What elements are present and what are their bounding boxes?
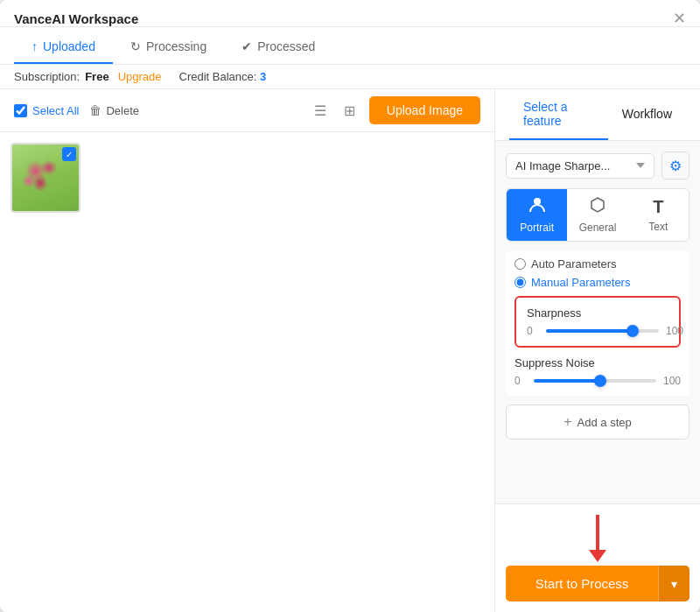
sharpness-max: 100 — [666, 325, 678, 337]
tab-processing-label: Processing — [146, 39, 206, 53]
noise-section: Suppress Noise 0 100 — [506, 356, 690, 396]
window-title: VanceAI Workspace — [14, 11, 138, 26]
sharpness-slider[interactable] — [546, 329, 659, 333]
dropdown-icon: ▾ — [671, 577, 677, 591]
manual-params-row[interactable]: Manual Parameters — [514, 276, 681, 289]
start-btn-row: Start to Process ▾ — [506, 566, 690, 601]
image-grid: ✓ — [0, 132, 494, 612]
select-all-checkbox[interactable] — [14, 104, 27, 117]
tab-uploaded-label: Uploaded — [43, 39, 95, 53]
arrow-head — [589, 550, 606, 562]
tab-processing[interactable]: ↻ Processing — [113, 27, 224, 64]
tool-select[interactable]: AI Image Sharpe... — [506, 153, 654, 179]
sharpness-slider-row: 0 100 — [527, 325, 668, 337]
noise-max: 100 — [663, 375, 681, 387]
noise-label: Suppress Noise — [514, 356, 681, 369]
titlebar: VanceAI Workspace ✕ — [0, 0, 700, 27]
trash-icon: 🗑 — [89, 103, 102, 117]
image-item[interactable]: ✓ — [10, 143, 80, 213]
mode-tab-text[interactable]: T Text — [628, 189, 689, 241]
arrow-shaft — [596, 515, 599, 550]
upload-icon: ↑ — [32, 39, 38, 53]
feature-content: AI Image Sharpe... ⚙ — [495, 141, 700, 503]
tab-processed-label: Processed — [257, 39, 315, 53]
right-panel: Select a feature Workflow AI Image Sharp… — [495, 89, 700, 612]
credit-balance-label: Credit Balance: 3 — [179, 70, 267, 83]
noise-min: 0 — [514, 375, 527, 387]
toolbar: Select All 🗑 Delete ☰ ⊞ Upload Image — [0, 89, 494, 132]
left-panel: Select All 🗑 Delete ☰ ⊞ Upload Image ✓ — [0, 89, 495, 612]
credit-value: 3 — [260, 70, 266, 83]
select-all-wrap: Select All — [14, 104, 79, 117]
arrow-wrapper — [506, 515, 690, 562]
gear-icon: ⚙ — [669, 158, 682, 174]
auto-params-row[interactable]: Auto Parameters — [514, 257, 681, 271]
tab-uploaded[interactable]: ↑ Uploaded — [14, 27, 113, 64]
portrait-icon — [528, 196, 546, 218]
subscription-bar: Subscription: Free Upgrade Credit Balanc… — [0, 65, 700, 89]
text-icon: T — [653, 197, 663, 217]
sharpness-min: 0 — [527, 325, 539, 337]
add-step-button[interactable]: + Add a step — [506, 404, 690, 440]
select-all-label[interactable]: Select All — [32, 104, 79, 117]
red-arrow — [589, 515, 606, 562]
plus-icon: + — [564, 414, 571, 430]
main-tabs: ↑ Uploaded ↻ Processing ✔ Processed — [0, 27, 700, 65]
upload-button[interactable]: Upload Image — [369, 96, 480, 124]
start-dropdown-button[interactable]: ▾ — [658, 566, 690, 601]
mode-tabs: Portrait General T Text — [506, 188, 690, 242]
feature-tabs: Select a feature Workflow — [495, 89, 700, 141]
tab-select-feature[interactable]: Select a feature — [509, 89, 608, 140]
view-list-button[interactable]: ☰ — [311, 101, 330, 121]
auto-params-label: Auto Parameters — [531, 257, 617, 271]
noise-slider[interactable] — [534, 379, 656, 383]
processing-icon: ↻ — [130, 39, 141, 53]
mode-tab-text-label: Text — [648, 221, 668, 233]
add-step-label: Add a step — [578, 416, 632, 429]
image-check-icon: ✓ — [62, 147, 76, 161]
manual-params-label: Manual Parameters — [531, 276, 630, 289]
sharpness-section: Sharpness 0 100 — [514, 296, 681, 348]
main-window: VanceAI Workspace ✕ ↑ Uploaded ↻ Process… — [0, 0, 700, 612]
processed-icon: ✔ — [242, 39, 252, 53]
auto-params-radio[interactable] — [514, 258, 526, 270]
general-icon — [589, 196, 606, 218]
params-section: Auto Parameters Manual Parameters Sharpn… — [506, 250, 690, 396]
upgrade-button[interactable]: Upgrade — [115, 70, 165, 83]
subscription-label: Subscription: — [14, 70, 80, 83]
svg-marker-1 — [592, 198, 604, 212]
subscription-plan: Free — [85, 70, 108, 83]
sharpness-label: Sharpness — [527, 306, 668, 320]
main-area: Select All 🗑 Delete ☰ ⊞ Upload Image ✓ — [0, 89, 700, 612]
manual-params-radio[interactable] — [514, 277, 526, 288]
bottom-bar: Start to Process ▾ — [495, 503, 700, 612]
svg-point-0 — [534, 198, 541, 205]
delete-button[interactable]: 🗑 Delete — [89, 103, 139, 117]
params-toggle-row: Auto Parameters Manual Parameters — [506, 250, 690, 289]
tab-processed[interactable]: ✔ Processed — [224, 27, 332, 64]
start-process-button[interactable]: Start to Process — [506, 566, 658, 601]
tool-selector-row: AI Image Sharpe... ⚙ — [506, 151, 690, 179]
tab-workflow[interactable]: Workflow — [608, 96, 686, 133]
close-button[interactable]: ✕ — [673, 11, 686, 26]
mode-tab-general[interactable]: General — [567, 189, 627, 241]
view-grid-button[interactable]: ⊞ — [340, 101, 359, 121]
mode-tab-portrait[interactable]: Portrait — [507, 189, 567, 241]
gear-button[interactable]: ⚙ — [662, 151, 690, 179]
mode-tab-general-label: General — [579, 222, 617, 234]
noise-slider-row: 0 100 — [514, 375, 681, 387]
mode-tab-portrait-label: Portrait — [520, 222, 554, 234]
